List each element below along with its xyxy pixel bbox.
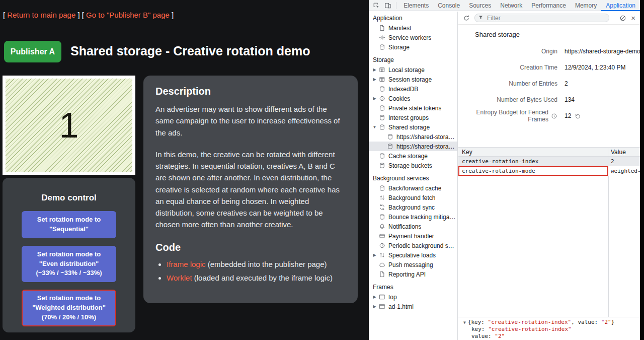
sidebar-item-background-fetch[interactable]: Background fetch xyxy=(369,193,457,202)
table-row-creative-rotation-mode[interactable]: creative-rotation-modeweighted-distribut… xyxy=(458,166,640,176)
filter-input[interactable] xyxy=(486,14,606,22)
metadata-row-creation-time: Creation Time12/9/2024, 1:23:40 PM xyxy=(458,59,640,76)
database-icon xyxy=(378,124,386,131)
sidebar-item-label: Background sync xyxy=(388,204,435,211)
sidebar-item-service-workers[interactable]: Service workers xyxy=(369,33,457,42)
refresh-icon[interactable] xyxy=(463,15,470,22)
column-header-key[interactable]: Key xyxy=(458,148,608,156)
toolbar-divider xyxy=(396,2,396,9)
metadata-value-cell: 134 xyxy=(565,96,640,103)
sidebar-item-label: Interest groups xyxy=(388,114,429,121)
expander-collapsed-icon[interactable]: ▶ xyxy=(371,77,378,82)
cloud-icon xyxy=(378,261,386,268)
table-row-creative-rotation-index[interactable]: creative-rotation-index2 xyxy=(458,157,640,166)
sidebar-section-frames: Frames xyxy=(369,279,457,292)
sidebar-item-session-storage[interactable]: ▶Session storage xyxy=(369,75,457,84)
top-link-go-to-publisher-b-page[interactable]: Go to "Publisher B" page xyxy=(86,11,170,19)
value-cell[interactable]: 2 xyxy=(608,157,640,166)
value-cell[interactable]: weighted-distribution xyxy=(608,166,640,176)
sidebar-item-private-state-tokens[interactable]: Private state tokens xyxy=(369,103,457,113)
sidebar-item-push-messaging[interactable]: Push messaging xyxy=(369,260,457,269)
column-header-value[interactable]: Value xyxy=(608,148,640,156)
sidebar-item-ad-1-html[interactable]: ▶ad-1.html xyxy=(369,302,457,311)
table-empty-area xyxy=(458,176,640,317)
sidebar-item-top[interactable]: ▶top xyxy=(369,292,457,302)
expander-collapsed-icon[interactable]: ▶ xyxy=(371,253,378,257)
rotation-mode-button-sequential[interactable]: Set rotation mode to"Sequential" xyxy=(22,211,116,238)
database-icon xyxy=(378,162,386,169)
tab-application[interactable]: Application xyxy=(601,0,640,11)
sidebar-item-interest-groups[interactable]: Interest groups xyxy=(369,113,457,122)
frame-icon xyxy=(378,303,386,310)
key-cell[interactable]: creative-rotation-index xyxy=(458,157,608,166)
block-icon[interactable] xyxy=(619,15,626,22)
tab-elements[interactable]: Elements xyxy=(399,0,433,11)
sidebar-item-label: Reporting API xyxy=(388,271,426,278)
sidebar-item-label: https://shared-storage-d… xyxy=(396,133,457,141)
sidebar-item-label: ad-1.html xyxy=(388,303,414,310)
sidebar-item-cache-storage[interactable]: Cache storage xyxy=(369,151,457,161)
inspect-element-icon[interactable] xyxy=(371,0,382,11)
cookie-icon xyxy=(378,95,386,102)
metadata-value: https://shared-storage-demo-co xyxy=(565,48,640,55)
rotation-mode-button-weighted-distribution[interactable]: Set rotation mode to"Weighted distributi… xyxy=(22,290,116,326)
expander-collapsed-icon[interactable]: ▶ xyxy=(371,295,378,299)
tab-network[interactable]: Network xyxy=(496,0,527,11)
close-icon[interactable]: × xyxy=(631,14,635,22)
sidebar-item-https-shared-storage-d[interactable]: https://shared-storage-d… xyxy=(369,132,457,142)
metadata-value: 2 xyxy=(565,80,568,87)
sidebar-item-label: https://shared-storage-d… xyxy=(396,143,457,150)
demo-control-panel: Demo control Set rotation mode to"Sequen… xyxy=(3,178,135,332)
code-link-worklet[interactable]: Worklet xyxy=(167,274,192,282)
sidebar-item-periodic-background-s[interactable]: Periodic background s… xyxy=(369,241,457,250)
document-icon xyxy=(378,25,386,32)
sidebar-item-label: Storage buckets xyxy=(388,162,432,169)
sidebar-item-cookies[interactable]: ▶Cookies xyxy=(369,94,457,103)
sidebar-item-notifications[interactable]: Notifications xyxy=(369,222,457,231)
reset-icon[interactable] xyxy=(575,113,581,119)
tab-performance[interactable]: Performance xyxy=(527,0,571,11)
top-link-return-to-main-page[interactable]: Return to main page xyxy=(7,11,75,19)
tab-console[interactable]: Console xyxy=(433,0,464,11)
key-cell[interactable]: creative-rotation-mode xyxy=(458,166,608,176)
preview-summary-line: ▼{key: "creative-rotation-index", value:… xyxy=(463,319,640,326)
sidebar-item-speculative-loads[interactable]: ▶Speculative loads xyxy=(369,250,457,260)
tab-sources[interactable]: Sources xyxy=(464,0,496,11)
sidebar-item-manifest[interactable]: Manifest xyxy=(369,23,457,33)
creative-ad-frame: 1 xyxy=(3,76,135,175)
sidebar-item-bounce-tracking-mitiga[interactable]: Bounce tracking mitiga… xyxy=(369,212,457,222)
preview-string-value: "creative-rotation-index" xyxy=(488,326,572,332)
sidebar-item-indexeddb[interactable]: IndexedDB xyxy=(369,84,457,94)
metadata-label-cell: Number of Bytes Used xyxy=(458,96,557,103)
sidebar-item-label: Storage xyxy=(388,44,410,51)
filter-box[interactable] xyxy=(474,14,609,22)
expander-expanded-icon[interactable]: ▼ xyxy=(463,320,466,325)
expander-collapsed-icon[interactable]: ▶ xyxy=(371,304,378,309)
metadata-value-cell: https://shared-storage-demo-co xyxy=(565,48,640,55)
tab-memory[interactable]: Memory xyxy=(571,0,601,11)
preview-text: } xyxy=(611,319,615,325)
database-icon xyxy=(378,44,386,51)
code-bullet-text: (loaded and executed by the iframe logic… xyxy=(192,274,333,282)
sidebar-item-local-storage[interactable]: ▶Local storage xyxy=(369,65,457,75)
code-link-iframe-logic[interactable]: Iframe logic xyxy=(167,260,206,268)
sidebar-item-label: Local storage xyxy=(388,66,425,74)
sidebar-item-background-sync[interactable]: Background sync xyxy=(369,202,457,212)
sidebar-item-https-shared-storage-d[interactable]: https://shared-storage-d… xyxy=(369,142,457,151)
sidebar-item-back-forward-cache[interactable]: Back/forward cache xyxy=(369,183,457,193)
sidebar-item-storage-buckets[interactable]: Storage buckets xyxy=(369,161,457,170)
sidebar-item-shared-storage[interactable]: ▼Shared storage xyxy=(369,122,457,132)
sidebar-item-payment-handler[interactable]: Payment handler xyxy=(369,231,457,241)
sidebar-item-reporting-api[interactable]: Reporting API xyxy=(369,269,457,279)
updown-icon xyxy=(378,194,386,201)
expander-collapsed-icon[interactable]: ▶ xyxy=(371,67,378,72)
shared-storage-view: Shared storage Originhttps://shared-stor… xyxy=(458,25,640,317)
metadata-value-cell: 2 xyxy=(565,80,640,87)
expander-collapsed-icon[interactable]: ▶ xyxy=(371,96,378,101)
sidebar-item-storage[interactable]: Storage xyxy=(369,42,457,52)
expander-expanded-icon[interactable]: ▼ xyxy=(371,125,378,129)
sidebar-item-label: Speculative loads xyxy=(388,252,436,259)
preview-string-value: "creative-rotation-index" xyxy=(488,319,572,325)
rotation-mode-button-even-distribution[interactable]: Set rotation mode to"Even distribution"(… xyxy=(22,246,116,283)
device-toolbar-icon[interactable] xyxy=(382,0,394,11)
